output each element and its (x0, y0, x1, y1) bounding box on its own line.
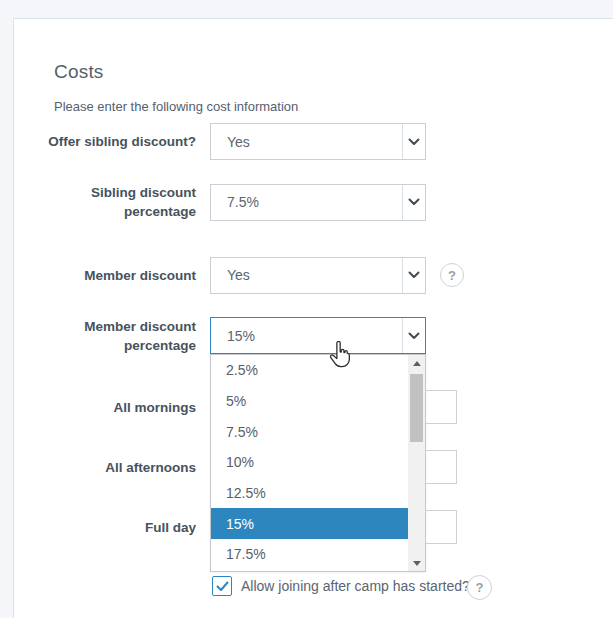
sibling-discount-value: Yes (211, 134, 402, 150)
page-subtitle: Please enter the following cost informat… (54, 99, 298, 114)
field-row-sibling-discount: Offer sibling discount? Yes (31, 123, 426, 160)
dropdown-options: 2.5% 5% 7.5% 10% 12.5% 15% 17.5% (211, 355, 408, 571)
costs-page: Costs Please enter the following cost in… (0, 0, 613, 618)
field-row-member-discount: Member discount Yes (31, 257, 426, 293)
all-afternoons-label: All afternoons (31, 458, 196, 477)
field-row-member-discount-percentage: Member discount percentage 15% (31, 317, 426, 354)
dropdown-option[interactable]: 7.5% (211, 416, 408, 447)
scrollbar-thumb[interactable] (410, 374, 423, 442)
sibling-discount-percentage-label: Sibling discount percentage (31, 183, 196, 221)
full-day-label: Full day (31, 518, 196, 537)
allow-joining-row: Allow joining after camp has started? (212, 576, 470, 596)
dropdown-option[interactable]: 12.5% (211, 478, 408, 509)
chevron-down-icon (402, 185, 425, 220)
field-row-sibling-discount-percentage: Sibling discount percentage 7.5% (31, 184, 426, 220)
allow-joining-help-icon[interactable]: ? (467, 575, 492, 600)
member-discount-percentage-dropdown: 2.5% 5% 7.5% 10% 12.5% 15% 17.5% (210, 354, 426, 572)
dropdown-option[interactable]: 2.5% (211, 355, 408, 386)
checkmark-icon (216, 581, 229, 592)
allow-joining-checkbox[interactable] (212, 576, 232, 596)
sibling-discount-percentage-value: 7.5% (211, 194, 402, 210)
page-title: Costs (54, 61, 104, 83)
dropdown-option[interactable]: 5% (211, 386, 408, 417)
sibling-discount-select[interactable]: Yes (210, 123, 426, 160)
member-discount-help-icon[interactable]: ? (440, 263, 464, 287)
member-discount-percentage-select[interactable]: 15% (210, 317, 426, 354)
sibling-discount-label: Offer sibling discount? (31, 132, 196, 151)
all-mornings-label: All mornings (31, 398, 196, 417)
allow-joining-label: Allow joining after camp has started? (241, 578, 470, 594)
member-discount-select[interactable]: Yes (210, 257, 426, 294)
dropdown-option-selected[interactable]: 15% (211, 508, 408, 539)
chevron-down-icon (402, 318, 425, 353)
scroll-down-icon (413, 561, 421, 566)
dropdown-scrollbar[interactable] (408, 355, 425, 571)
member-discount-value: Yes (211, 267, 402, 283)
member-discount-label: Member discount (31, 266, 196, 285)
chevron-down-icon (402, 124, 425, 159)
scroll-up-button[interactable] (408, 355, 425, 371)
member-discount-percentage-label: Member discount percentage (31, 317, 196, 355)
chevron-down-icon (402, 258, 425, 293)
sibling-discount-percentage-select[interactable]: 7.5% (210, 184, 426, 221)
dropdown-option[interactable]: 10% (211, 447, 408, 478)
scroll-down-button[interactable] (408, 555, 425, 571)
member-discount-percentage-value: 15% (211, 328, 402, 344)
dropdown-option[interactable]: 17.5% (211, 539, 408, 570)
scroll-up-icon (413, 361, 421, 366)
